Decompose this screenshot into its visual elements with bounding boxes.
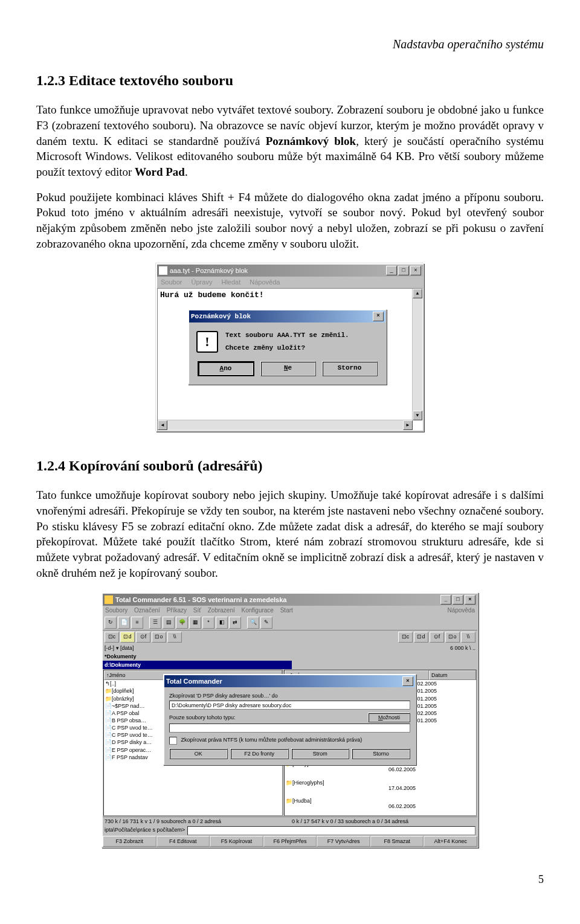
- tc-tool-icon[interactable]: ◧: [216, 617, 228, 629]
- sec1-p1b: Poznámkový blok: [266, 135, 356, 147]
- drive-f-icon[interactable]: ⊙f: [430, 632, 444, 643]
- scroll-down-icon[interactable]: ▼: [413, 411, 422, 420]
- tc-copy-close-button[interactable]: ×: [402, 676, 413, 686]
- minimize-button[interactable]: _: [386, 266, 397, 275]
- tc-menu-soubory[interactable]: Soubory: [105, 607, 127, 614]
- fn-f7[interactable]: F7 VytvAdres: [317, 836, 370, 847]
- tc-minimize-button[interactable]: _: [440, 595, 451, 605]
- scroll-up-icon[interactable]: ▲: [413, 289, 422, 298]
- tc-tool-icon[interactable]: ≡: [131, 617, 143, 629]
- storno-button[interactable]: Storno: [322, 361, 378, 376]
- notepad-app-icon: [159, 266, 167, 275]
- col-date[interactable]: Datum: [429, 670, 476, 680]
- drive-net-icon[interactable]: \\: [167, 632, 182, 643]
- fn-f6[interactable]: F6 PřejmPřes: [263, 836, 317, 847]
- drive-c-icon[interactable]: ⊡c: [398, 632, 413, 643]
- tc-left-path[interactable]: d:\Dokumenty: [103, 661, 292, 669]
- drive-f-icon[interactable]: ⊙f: [136, 632, 150, 643]
- notepad-menubar[interactable]: Soubor Úpravy Hledat Nápověda: [157, 277, 423, 288]
- tc-left-diskline[interactable]: [-d-] ▾ [data]: [103, 644, 290, 652]
- horizontal-scrollbar[interactable]: ◀ ▶: [158, 420, 413, 430]
- f2-queue-button[interactable]: F2 Do fronty: [230, 748, 289, 759]
- tc-copy-ntfs-row[interactable]: Zkopírovat práva NTFS (k tomu můžete pot…: [169, 736, 410, 744]
- dialog-close-button[interactable]: ×: [373, 312, 384, 321]
- exclamation-icon: !: [196, 331, 218, 353]
- ok-button[interactable]: OK: [169, 748, 228, 759]
- drive-c-icon[interactable]: ⊡c: [105, 632, 119, 643]
- tc-cmd-input[interactable]: [187, 826, 475, 835]
- tc-menu-prikazy[interactable]: Příkazy: [167, 607, 187, 614]
- tc-cmdline[interactable]: ipta\Počítače\práce s počítačem>: [103, 826, 477, 836]
- moznosti-button[interactable]: Možnosti: [368, 713, 410, 722]
- menu-upravy[interactable]: Úpravy: [192, 278, 213, 286]
- table-row[interactable]: 📁[Hieroglyphs]17.04.2005: [285, 779, 476, 797]
- tc-tool-icon[interactable]: ⇄: [229, 617, 241, 629]
- menu-soubor[interactable]: Soubor: [161, 278, 182, 286]
- tc-drivebar-left[interactable]: ⊡c ⊡d ⊙f ⊡o \\ ⊡c ⊡d ⊙f ⊡o \\: [103, 630, 477, 644]
- tc-tool-icon[interactable]: 🌳: [176, 617, 188, 629]
- tc-maximize-button[interactable]: □: [453, 595, 463, 605]
- sec1-p1e: .: [185, 165, 188, 178]
- scroll-left-icon[interactable]: ◀: [158, 420, 167, 430]
- tc-tool-icon[interactable]: ✎: [260, 617, 272, 629]
- tc-left-status: 730 k / 16 731 k v 1 / 9 souborech a 0 /…: [103, 817, 290, 826]
- drive-d-icon[interactable]: ⊡d: [120, 632, 135, 643]
- tc-menu-oznaceni[interactable]: Označení: [134, 607, 160, 614]
- vertical-scrollbar[interactable]: ▲ ▼: [412, 289, 422, 420]
- fn-f8[interactable]: F8 Smazat: [370, 836, 424, 847]
- tc-tool-icon[interactable]: ▦: [189, 617, 201, 629]
- notepad-content: Hurá už budeme končit!: [160, 290, 264, 300]
- tc-menubar[interactable]: Soubory Označení Příkazy Síť Zobrazení K…: [103, 606, 477, 615]
- dialog-titlebar[interactable]: Poznámkový blok ×: [189, 310, 385, 322]
- yes-button[interactable]: Ano: [198, 361, 254, 376]
- notepad-window: aaa.tyt - Poznámkový blok _ □ × Soubor Ú…: [156, 263, 424, 432]
- tc-copy-titlebar[interactable]: Total Commander ×: [164, 675, 415, 687]
- drive-o-icon[interactable]: ⊡o: [445, 632, 460, 643]
- tc-close-button[interactable]: ×: [465, 595, 475, 605]
- tc-titlebar[interactable]: Total Commander 6.51 - SOS veterinarni a…: [103, 594, 477, 606]
- section-1-2-4-title: 1.2.4 Kopírování souborů (adresářů): [36, 456, 544, 475]
- tc-tool-icon[interactable]: 🔍: [247, 617, 259, 629]
- tc-menu-start[interactable]: Start: [280, 607, 293, 614]
- drive-d-icon[interactable]: ⊡d: [414, 632, 428, 643]
- menu-hledat[interactable]: Hledat: [221, 278, 240, 286]
- checkbox-icon[interactable]: [169, 737, 177, 745]
- menu-napoveda[interactable]: Nápověda: [250, 278, 280, 286]
- tc-tool-icon[interactable]: ▤: [163, 617, 175, 629]
- drive-net-icon[interactable]: \\: [461, 632, 475, 643]
- notepad-title-text: aaa.tyt - Poznámkový blok: [170, 266, 385, 275]
- tc-menu-konfigurace[interactable]: Konfigurace: [242, 607, 274, 614]
- fn-f3[interactable]: F3 Zobrazit: [103, 836, 156, 847]
- tc-tool-icon[interactable]: *: [202, 617, 214, 629]
- tc-toolbar[interactable]: ↻ 📄 ≡ ☰ ▤ 🌳 ▦ * ◧ ⇄ 🔍 ✎: [103, 615, 477, 630]
- tc-copy-filter-label: Pouze soubory tohoto typu:: [169, 714, 236, 721]
- table-row[interactable]: 📁[Hudba]06.02.2005: [285, 797, 476, 815]
- notepad-text-area[interactable]: Hurá už budeme končit! Poznámkový blok ×…: [157, 288, 423, 431]
- no-button[interactable]: Ne: [260, 361, 316, 376]
- tc-copy-filter-input[interactable]: [169, 723, 410, 733]
- fn-f5[interactable]: F5 Kopírovat: [210, 836, 263, 847]
- fn-altf4[interactable]: Alt+F4 Konec: [424, 836, 477, 847]
- tc-copy-dialog: Total Commander × Zkopírovat 'D PSP disk…: [163, 674, 416, 765]
- sec1-para1: Tato funkce umožňuje upravovat nebo vytv…: [36, 102, 544, 179]
- tc-app-icon: [105, 595, 113, 604]
- maximize-button[interactable]: □: [398, 266, 409, 275]
- tc-left-tab[interactable]: *Dokumenty: [103, 652, 292, 661]
- fn-f4[interactable]: F4 Editovat: [156, 836, 210, 847]
- tc-menu-napoveda[interactable]: Nápověda: [447, 607, 475, 614]
- tc-menu-sit[interactable]: Síť: [193, 607, 201, 614]
- tc-tool-icon[interactable]: 📄: [118, 617, 130, 629]
- sec1-para2: Pokud použijete kombinaci kláves Shift +…: [36, 190, 544, 252]
- tc-menu-zobrazeni[interactable]: Zobrazení: [208, 607, 235, 614]
- storno-button[interactable]: Storno: [352, 748, 410, 759]
- strom-button[interactable]: Strom: [291, 748, 350, 759]
- close-button[interactable]: ×: [410, 266, 421, 275]
- scroll-right-icon[interactable]: ▶: [403, 420, 413, 430]
- tc-tool-icon[interactable]: ☰: [149, 617, 161, 629]
- drive-o-icon[interactable]: ⊡o: [152, 632, 166, 643]
- sec2-para1: Tato funkce umožňuje kopírovat soubory n…: [36, 487, 544, 580]
- tc-tool-icon[interactable]: ↻: [105, 617, 117, 629]
- notepad-titlebar[interactable]: aaa.tyt - Poznámkový blok _ □ ×: [157, 265, 423, 277]
- tc-title-text: Total Commander 6.51 - SOS veterinarni a…: [115, 595, 439, 605]
- tc-copy-target-input[interactable]: D:\Dokumenty\D PSP disky adresare soubor…: [169, 701, 410, 710]
